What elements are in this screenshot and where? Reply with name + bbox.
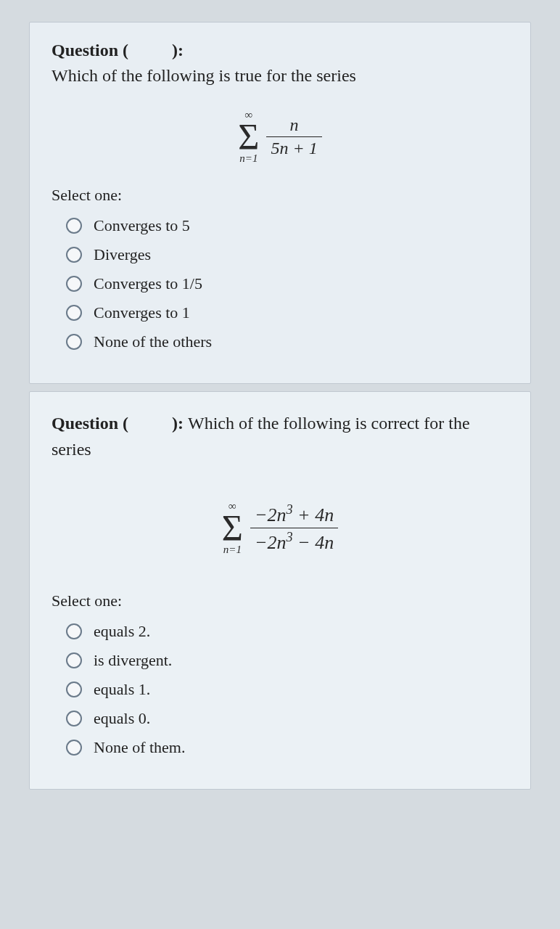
option-label: Converges to 5 — [94, 216, 190, 235]
q1-option-3[interactable]: Converges to 1 — [66, 303, 508, 322]
q2-option-0[interactable]: equals 2. — [66, 622, 508, 641]
option-label: Converges to 1/5 — [94, 274, 202, 293]
q2-header-mid: ): — [172, 414, 188, 433]
option-label: None of them. — [94, 738, 185, 757]
q1-select-label: Select one: — [52, 186, 508, 205]
radio-icon[interactable] — [66, 247, 82, 263]
q2-option-3[interactable]: equals 0. — [66, 709, 508, 728]
denominator: 5n + 1 — [266, 136, 321, 158]
question-2-formula: ∞ Σ n=1 −2n3 + 4n −2n3 − 4n — [52, 491, 508, 555]
q1-option-2[interactable]: Converges to 1/5 — [66, 274, 508, 293]
sigma-block: ∞ Σ n=1 — [222, 501, 243, 555]
question-2-block: Question (): Which of the following is c… — [29, 391, 531, 790]
q2-options: equals 2. is divergent. equals 1. equals… — [66, 622, 508, 757]
radio-icon[interactable] — [66, 623, 82, 639]
radio-icon[interactable] — [66, 682, 82, 697]
radio-icon[interactable] — [66, 711, 82, 727]
question-1-header: Question (): — [52, 41, 508, 60]
q1-option-1[interactable]: Diverges — [66, 245, 508, 264]
radio-icon[interactable] — [66, 740, 82, 756]
option-label: None of the others — [94, 332, 212, 351]
q1-option-4[interactable]: None of the others — [66, 332, 508, 351]
q2-select-label: Select one: — [52, 592, 508, 610]
radio-icon[interactable] — [66, 652, 82, 668]
radio-icon[interactable] — [66, 334, 82, 350]
radio-icon[interactable] — [66, 218, 82, 234]
fraction: n 5n + 1 — [266, 115, 321, 158]
sigma-lower: n=1 — [223, 544, 242, 555]
question-1-formula: ∞ Σ n=1 n 5n + 1 — [52, 100, 508, 164]
sigma-symbol: Σ — [222, 512, 243, 544]
question-1-block: Question (): Which of the following is t… — [29, 22, 531, 384]
numerator: −2n3 + 4n — [250, 502, 338, 528]
q2-option-2[interactable]: equals 1. — [66, 680, 508, 699]
option-label: is divergent. — [94, 651, 172, 670]
option-label: equals 0. — [94, 709, 150, 728]
sigma-block: ∞ Σ n=1 — [238, 110, 259, 164]
radio-icon[interactable] — [66, 305, 82, 321]
q2-option-4[interactable]: None of them. — [66, 738, 508, 757]
radio-icon[interactable] — [66, 276, 82, 292]
q1-options: Converges to 5 Diverges Converges to 1/5… — [66, 216, 508, 351]
denominator: −2n3 − 4n — [250, 528, 338, 554]
q1-option-0[interactable]: Converges to 5 — [66, 216, 508, 235]
q1-header-suffix: ): — [172, 41, 184, 60]
option-label: equals 2. — [94, 622, 150, 641]
option-label: Converges to 1 — [94, 303, 190, 322]
numerator: n — [286, 115, 303, 136]
fraction: −2n3 + 4n −2n3 − 4n — [250, 502, 338, 553]
sigma-lower: n=1 — [239, 153, 258, 164]
question-2-header: Question (): Which of the following is c… — [52, 410, 508, 462]
option-label: Diverges — [94, 245, 151, 264]
q1-header-prefix: Question ( — [52, 41, 128, 60]
q2-header-prefix: Question ( — [52, 414, 128, 433]
option-label: equals 1. — [94, 680, 150, 699]
q2-option-1[interactable]: is divergent. — [66, 651, 508, 670]
sigma-symbol: Σ — [238, 120, 259, 153]
question-1-prompt: Which of the following is true for the s… — [52, 66, 508, 86]
